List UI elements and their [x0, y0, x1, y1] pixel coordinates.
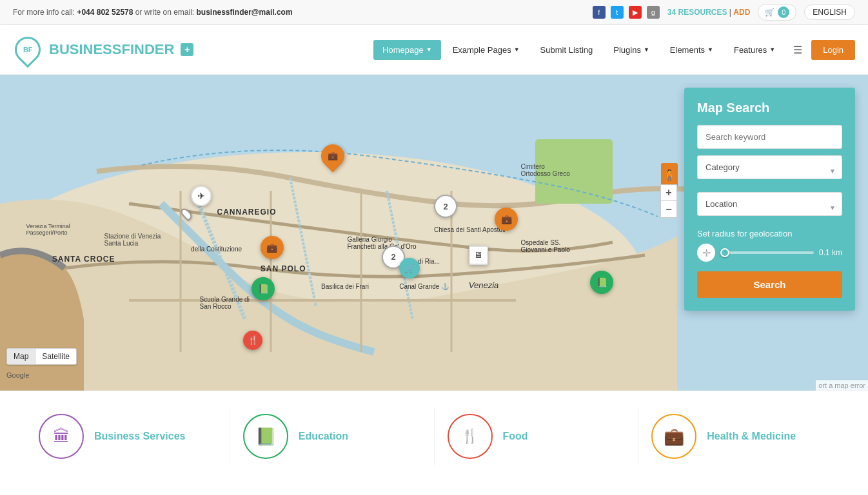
marker-hotel-1[interactable]: 💼: [321, 144, 344, 168]
marker-food[interactable]: 🍴: [243, 331, 262, 350]
business-services-label: Business Services: [94, 431, 185, 442]
radius-slider-thumb: [720, 248, 729, 257]
nav-homepage[interactable]: Homepage ▼: [373, 40, 441, 60]
logo-plus: +: [181, 43, 193, 56]
location-select[interactable]: Location Venice London Paris: [697, 192, 842, 216]
logo-pin-shape: BF: [10, 32, 46, 68]
social-links: f t ▶ g: [593, 6, 660, 19]
marker-education-2[interactable]: 📗: [590, 271, 613, 294]
map-label-basilica: Basilica dei Frari: [321, 283, 369, 290]
googleplus-icon[interactable]: g: [647, 6, 660, 19]
map-label-venezia: Venezia: [469, 280, 499, 290]
category-item-health[interactable]: 💼 Health & Medicine: [638, 407, 842, 465]
categories-section: 🏛 Business Services 📗 Education 🍴 Food 💼…: [0, 391, 868, 481]
map-label-san-polo: SAN POLO: [261, 264, 306, 273]
nav-submit-listing[interactable]: Submit Listing: [531, 40, 602, 60]
nav-submit-label: Submit Listing: [540, 45, 593, 55]
info-middle: or write on email:: [135, 8, 197, 17]
education-label: Education: [299, 431, 348, 442]
map-label-venezia-terminal: Venezia TerminalPassegeri/Porto: [26, 223, 70, 236]
contact-info: For more info call: +044 802 52578 or wr…: [13, 8, 293, 17]
search-keyword-input[interactable]: [697, 125, 842, 149]
phone-number: +044 802 52578: [77, 8, 133, 17]
nav-elements-label: Elements: [670, 45, 705, 55]
map-label-stazione: Stazione di VeneziaSanta Lucia: [104, 233, 161, 247]
cart-icon: 🛒: [765, 8, 774, 17]
map-label-santa-croce: SANTA CROCE: [52, 255, 115, 264]
map-type-control: Map Satellite: [6, 348, 77, 365]
map-label-cimitero: CimiteroOrtodosso Greco: [521, 163, 570, 177]
email-address: businessfinder@mail.com: [197, 8, 293, 17]
map-label-della-costituzione: della Costituzione: [191, 246, 242, 253]
radius-value: 0.1 km: [819, 248, 842, 257]
radius-label: Set radius for geolocation: [697, 229, 842, 238]
google-text: Google: [6, 371, 29, 379]
info-prefix: For more info call:: [13, 8, 77, 17]
map-label-ospedale: Ospedale SS.Giovanni e Paolo: [521, 239, 570, 253]
radius-location-icon: ✛: [697, 244, 715, 262]
add-resource-link[interactable]: ADD: [733, 8, 750, 17]
location-select-wrapper: Location Venice London Paris: [697, 192, 842, 222]
category-select-wrapper: Category Business Services Education Foo…: [697, 155, 842, 186]
logo-text: BUSINESSFINDER: [49, 41, 174, 58]
cart-button[interactable]: 🛒 0: [758, 4, 796, 21]
category-item-education[interactable]: 📗 Education: [230, 407, 435, 465]
zoom-in-button[interactable]: +: [660, 184, 677, 201]
food-icon: 🍴: [448, 414, 493, 459]
nav-elements-arrow: ▼: [707, 46, 713, 53]
zoom-out-button[interactable]: −: [660, 201, 677, 218]
logo-text-plain: BUSINESS: [49, 41, 121, 57]
zoom-controls: + −: [660, 184, 677, 218]
education-icon: 📗: [243, 414, 288, 459]
radius-section: Set radius for geolocation ✛ 0.1 km: [697, 229, 842, 262]
street-view-button[interactable]: 🧍: [661, 163, 678, 186]
radius-slider[interactable]: [720, 251, 814, 254]
marker-education-1[interactable]: 📗: [252, 277, 275, 300]
cart-count: 0: [778, 6, 789, 18]
facebook-icon[interactable]: f: [593, 6, 606, 19]
nav-example-label: Example Pages: [453, 45, 511, 55]
business-services-icon: 🏛: [39, 414, 84, 459]
map-section: CANNAREGIO SANTA CROCE SAN POLO Venezia …: [0, 75, 868, 391]
logo-pin: BF: [13, 33, 43, 66]
category-item-food[interactable]: 🍴 Food: [435, 407, 639, 465]
nav-features-arrow: ▼: [769, 46, 775, 53]
marker-hotel-2[interactable]: 💼: [495, 208, 518, 231]
hamburger-menu[interactable]: ☰: [787, 39, 809, 61]
marker-shop[interactable]: 🛒: [399, 258, 420, 278]
twitter-icon[interactable]: t: [611, 6, 624, 19]
nav-features[interactable]: Features ▼: [725, 40, 784, 60]
main-nav: Homepage ▼ Example Pages ▼ Submit Listin…: [373, 39, 855, 61]
category-item-business[interactable]: 🏛 Business Services: [26, 407, 230, 465]
marker-tech[interactable]: 🖥: [469, 246, 488, 265]
marker-cluster-1[interactable]: 2: [434, 195, 457, 218]
map-type-satellite[interactable]: Satellite: [35, 349, 76, 364]
resources-count-value[interactable]: 34 RESOURCES: [667, 8, 729, 17]
nav-example-arrow: ▼: [514, 46, 520, 53]
map-label-scuola: Scuola Grande diSan Rocco: [200, 296, 250, 310]
logo-initials: BF: [23, 46, 33, 53]
nav-elements[interactable]: Elements ▼: [661, 40, 722, 60]
nav-plugins[interactable]: Plugins ▼: [604, 40, 658, 60]
map-label-canal-grande: Canal Grande ⚓: [399, 283, 449, 290]
youtube-icon[interactable]: ▶: [629, 6, 642, 19]
map-type-map[interactable]: Map: [7, 349, 35, 364]
language-selector[interactable]: ENGLISH: [804, 5, 855, 20]
category-select[interactable]: Category Business Services Education Foo…: [697, 155, 842, 179]
nav-example-pages[interactable]: Example Pages ▼: [444, 40, 529, 60]
resources-count: 34 RESOURCES | ADD: [667, 8, 751, 17]
search-button[interactable]: Search: [697, 271, 842, 298]
logo-area: BF BUSINESSFINDER +: [13, 33, 193, 66]
marker-location[interactable]: [182, 208, 190, 220]
marker-airport[interactable]: ✈: [191, 186, 212, 206]
top-bar: For more info call: +044 802 52578 or wr…: [0, 0, 868, 25]
top-bar-right: f t ▶ g 34 RESOURCES | ADD 🛒 0 ENGLISH: [593, 4, 855, 21]
marker-business[interactable]: 💼: [261, 236, 284, 259]
nav-plugins-arrow: ▼: [644, 46, 649, 53]
map-error: ort a map error: [816, 380, 868, 391]
header: BF BUSINESSFINDER + Homepage ▼ Example P…: [0, 25, 868, 75]
radius-row: ✛ 0.1 km: [697, 244, 842, 262]
nav-homepage-label: Homepage: [382, 45, 424, 55]
map-label-cannaregio: CANNAREGIO: [217, 208, 277, 217]
login-button[interactable]: Login: [811, 40, 855, 60]
